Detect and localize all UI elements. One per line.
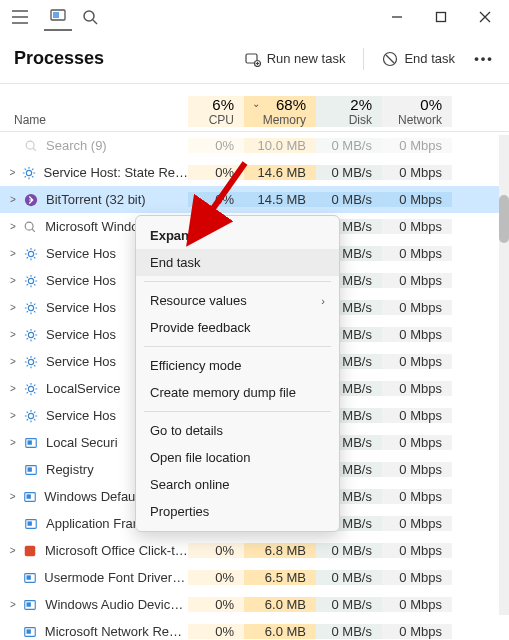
process-icon [22, 596, 40, 614]
svg-rect-25 [28, 521, 32, 525]
ctx-end-task[interactable]: End task [136, 249, 339, 276]
expand-chevron-icon[interactable]: > [6, 491, 19, 502]
expand-chevron-icon[interactable]: > [6, 167, 19, 178]
expand-chevron-icon[interactable]: > [6, 599, 20, 610]
column-header-network[interactable]: 0% Network [382, 96, 452, 127]
network-value: 0 Mbps [382, 354, 452, 369]
table-row[interactable]: >Microsoft Office Click-to...0%6.8 MB0 M… [0, 537, 509, 564]
ctx-open-file-location[interactable]: Open file location [136, 444, 339, 471]
process-name: Windows Audio Device ... [45, 597, 188, 612]
disk-value: 0 MB/s [316, 543, 382, 558]
ctx-provide-feedback[interactable]: Provide feedback [136, 314, 339, 341]
expand-chevron-icon[interactable]: > [6, 437, 20, 448]
network-value: 0 Mbps [382, 462, 452, 477]
sort-caret-icon: ⌄ [252, 98, 260, 109]
memory-value: 6.8 MB [244, 543, 316, 558]
column-header-memory[interactable]: ⌄ 68% Memory [244, 96, 316, 127]
process-icon [22, 380, 40, 398]
ctx-properties[interactable]: Properties [136, 498, 339, 525]
svg-rect-1 [53, 12, 59, 18]
table-row[interactable]: Usermode Font Driver H...0%6.5 MB0 MB/s0… [0, 564, 509, 591]
svg-point-12 [28, 278, 33, 283]
expand-chevron-icon[interactable]: > [6, 248, 20, 259]
process-name: Microsoft Office Click-to... [45, 543, 188, 558]
svg-rect-28 [26, 575, 30, 579]
process-name: Registry [46, 462, 94, 477]
column-headers: Name 6% CPU ⌄ 68% Memory 2% Disk 0% Netw… [0, 84, 509, 132]
more-button[interactable]: ••• [469, 44, 499, 74]
network-value: 0 Mbps [382, 273, 452, 288]
minimize-button[interactable] [375, 2, 419, 32]
svg-rect-3 [437, 13, 446, 22]
ctx-resource-values[interactable]: Resource values› [136, 287, 339, 314]
table-row[interactable]: >Windows Audio Device ...0%6.0 MB0 MB/s0… [0, 591, 509, 618]
network-value: 0 Mbps [382, 246, 452, 261]
cpu-value: 0% [188, 165, 244, 180]
svg-point-15 [28, 359, 33, 364]
process-name: Service Hos [46, 408, 116, 423]
process-icon [22, 191, 40, 209]
process-name: Search (9) [46, 138, 107, 153]
ctx-go-to-details[interactable]: Go to details [136, 417, 339, 444]
process-icon [21, 164, 38, 182]
titlebar [0, 0, 509, 34]
network-value: 0 Mbps [382, 192, 452, 207]
network-value: 0 Mbps [382, 516, 452, 531]
expand-chevron-icon[interactable]: > [6, 329, 20, 340]
process-icon [22, 245, 40, 263]
run-new-task-button[interactable]: Run new task [235, 45, 356, 73]
ctx-search-online[interactable]: Search online [136, 471, 339, 498]
end-task-button[interactable]: End task [372, 45, 465, 73]
end-task-label: End task [404, 51, 455, 66]
expand-chevron-icon[interactable]: > [6, 356, 20, 367]
processes-tab-icon[interactable] [44, 3, 72, 31]
context-menu: Expand End task Resource values› Provide… [135, 215, 340, 532]
process-icon [22, 299, 40, 317]
expand-chevron-icon[interactable]: > [6, 302, 20, 313]
column-header-cpu[interactable]: 6% CPU [188, 96, 244, 127]
search-icon[interactable] [82, 9, 98, 25]
ctx-sep [144, 281, 331, 282]
expand-chevron-icon[interactable]: > [6, 275, 20, 286]
expand-chevron-icon[interactable]: > [6, 410, 20, 421]
process-name: LocalService [46, 381, 120, 396]
table-row[interactable]: >Service Host: State Repo...0%14.6 MB0 M… [0, 159, 509, 186]
close-button[interactable] [463, 2, 507, 32]
network-value: 0 Mbps [382, 543, 452, 558]
ctx-memory-dump[interactable]: Create memory dump file [136, 379, 339, 406]
table-row[interactable]: Microsoft Network Realt...0%6.0 MB0 MB/s… [0, 618, 509, 640]
network-value: 0 Mbps [382, 219, 452, 234]
table-row[interactable]: Search (9)0%10.0 MB0 MB/s0 Mbps [0, 132, 509, 159]
column-header-name[interactable]: Name [0, 113, 188, 127]
svg-point-17 [28, 413, 33, 418]
column-header-disk[interactable]: 2% Disk [316, 96, 382, 127]
expand-chevron-icon[interactable]: > [6, 221, 20, 232]
chevron-right-icon: › [321, 295, 325, 307]
cpu-value: 0% [188, 543, 244, 558]
maximize-button[interactable] [419, 2, 463, 32]
disk-value: 0 MB/s [316, 192, 382, 207]
ctx-efficiency-mode[interactable]: Efficiency mode [136, 352, 339, 379]
process-name: Service Hos [46, 354, 116, 369]
divider [363, 48, 364, 70]
process-icon [22, 272, 40, 290]
process-icon [22, 353, 40, 371]
process-name: Microsoft Network Realt... [45, 624, 188, 639]
expand-chevron-icon[interactable]: > [6, 545, 20, 556]
process-name: Service Host: State Repo... [44, 165, 189, 180]
process-name: Service Hos [46, 273, 116, 288]
scrollbar-thumb[interactable] [499, 195, 509, 243]
expand-chevron-icon[interactable]: > [6, 194, 20, 205]
process-name: Service Hos [46, 300, 116, 315]
svg-point-16 [28, 386, 33, 391]
disk-value: 0 MB/s [316, 624, 382, 639]
process-icon [22, 407, 40, 425]
table-row[interactable]: >BitTorrent (32 bit)0%14.5 MB0 MB/s0 Mbp… [0, 186, 509, 213]
ctx-expand[interactable]: Expand [136, 222, 339, 249]
expand-chevron-icon[interactable]: > [6, 383, 20, 394]
svg-rect-21 [28, 467, 32, 471]
menu-icon[interactable] [6, 3, 34, 31]
network-value: 0 Mbps [382, 570, 452, 585]
disk-value: 0 MB/s [316, 597, 382, 612]
process-icon [21, 488, 38, 506]
